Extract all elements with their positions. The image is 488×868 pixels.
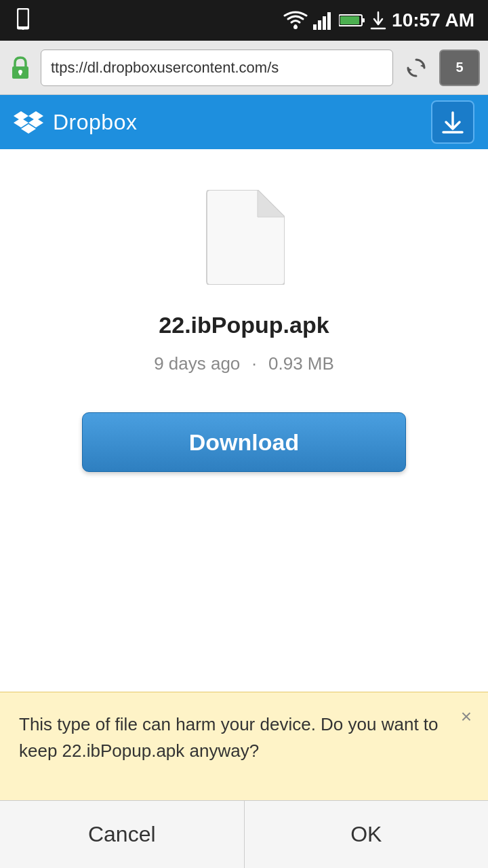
svg-marker-15 — [420, 64, 424, 68]
warning-bar: This type of file can harm your device. … — [0, 692, 488, 800]
cancel-button[interactable]: Cancel — [0, 801, 245, 868]
dialog-buttons: Cancel OK — [0, 800, 488, 868]
svg-marker-16 — [408, 68, 412, 72]
svg-rect-6 — [323, 16, 326, 30]
svg-rect-9 — [362, 18, 365, 22]
download-button-label: Download — [189, 429, 299, 456]
file-meta: 9 days ago · 0.93 MB — [154, 353, 334, 374]
main-content: 22.ibPopup.apk 9 days ago · 0.93 MB Down… — [0, 149, 488, 492]
filename: 22.ibPopup.apk — [159, 312, 329, 338]
battery-icon — [339, 13, 365, 28]
svg-rect-5 — [318, 20, 321, 30]
status-bar-left — [14, 8, 33, 33]
svg-rect-14 — [20, 72, 22, 75]
dropbox-logo: Dropbox — [14, 110, 137, 135]
download-status-icon — [370, 11, 386, 30]
phone-icon — [14, 8, 33, 33]
signal-icon — [313, 11, 333, 30]
address-bar: ttps://dl.dropboxusercontent.com/s 5 — [0, 41, 488, 95]
file-size: 0.93 MB — [268, 353, 334, 374]
dropbox-header: Dropbox — [0, 95, 488, 149]
dot-separator: · — [252, 353, 257, 374]
dropbox-brand-name: Dropbox — [53, 110, 137, 135]
file-icon — [203, 190, 285, 285]
warning-close-button[interactable]: × — [461, 706, 472, 728]
status-bar-right: 10:57 AM — [283, 9, 474, 31]
status-time: 10:57 AM — [392, 9, 474, 31]
tab-count: 5 — [455, 60, 463, 75]
svg-rect-10 — [340, 16, 359, 24]
tabs-button[interactable]: 5 — [439, 50, 480, 86]
dropbox-download-button[interactable] — [431, 100, 474, 144]
warning-text: This type of file can harm your device. … — [19, 711, 447, 764]
lock-icon — [8, 56, 33, 80]
ok-label: OK — [350, 822, 382, 847]
svg-rect-1 — [18, 9, 28, 26]
dropbox-logo-icon — [14, 110, 43, 134]
svg-rect-7 — [327, 12, 331, 30]
status-bar: 10:57 AM — [0, 0, 488, 41]
url-text: ttps://dl.dropboxusercontent.com/s — [51, 59, 279, 77]
file-icon-container — [203, 190, 285, 288]
svg-point-2 — [22, 28, 24, 30]
svg-point-3 — [293, 25, 298, 29]
wifi-icon — [283, 11, 308, 30]
ok-button[interactable]: OK — [245, 801, 489, 868]
cancel-label: Cancel — [88, 822, 156, 847]
download-button[interactable]: Download — [82, 412, 406, 472]
svg-rect-4 — [313, 24, 317, 30]
refresh-button[interactable] — [401, 53, 431, 83]
time-ago: 9 days ago — [154, 353, 240, 374]
url-bar[interactable]: ttps://dl.dropboxusercontent.com/s — [41, 50, 393, 86]
